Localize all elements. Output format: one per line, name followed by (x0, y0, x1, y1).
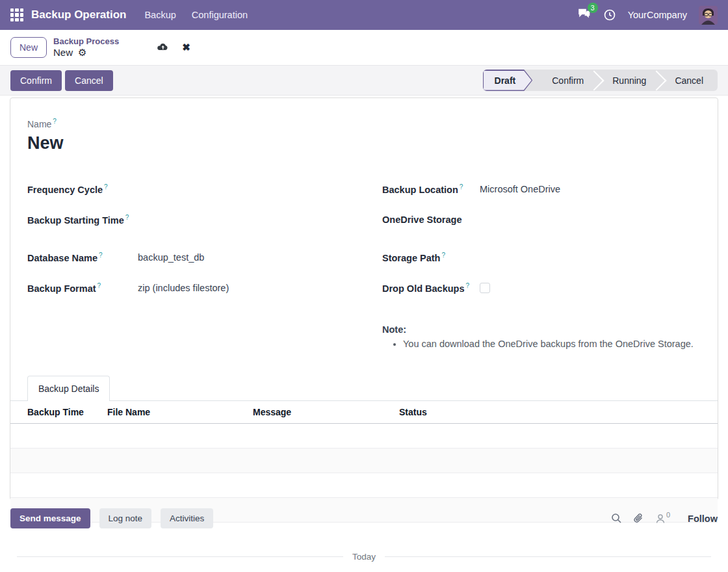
frequency-cycle-label: Frequency Cycle (27, 185, 103, 196)
name-help-icon[interactable]: ? (53, 118, 57, 125)
backup-starting-time-label: Backup Starting Time (27, 216, 124, 226)
frequency-cycle-value[interactable] (138, 183, 346, 196)
new-record-button[interactable]: New (10, 37, 47, 58)
search-icon (611, 513, 622, 524)
database-name-help-icon[interactable]: ? (99, 252, 103, 259)
name-label: Name (27, 119, 51, 129)
backup-starting-time-help-icon[interactable]: ? (125, 214, 129, 221)
send-message-button[interactable]: Send message (10, 508, 90, 528)
day-divider: Today (17, 552, 711, 562)
database-name-value[interactable]: backup_test_db (138, 252, 346, 265)
drop-old-backups-checkbox[interactable] (480, 283, 490, 293)
log-note-button[interactable]: Log note (99, 508, 152, 528)
tab-backup-details[interactable]: Backup Details (27, 376, 110, 401)
record-name[interactable]: New (27, 133, 701, 153)
cancel-button[interactable]: Cancel (65, 70, 113, 91)
paperclip-icon (633, 513, 644, 525)
col-backup-time[interactable]: Backup Time (10, 401, 107, 423)
gear-icon[interactable]: ⚙ (78, 47, 86, 59)
followers-person-icon (655, 514, 666, 524)
drop-old-backups-help-icon[interactable]: ? (466, 282, 470, 289)
stage-bar: Draft Confirm Running Cancel (483, 70, 718, 91)
follow-button[interactable]: Follow (688, 514, 718, 524)
col-file-name[interactable]: File Name (107, 401, 253, 423)
save-cloud-icon[interactable] (157, 43, 169, 53)
clock-icon (603, 8, 616, 21)
onedrive-storage-value[interactable] (480, 214, 701, 227)
table-row[interactable] (10, 448, 718, 473)
drop-old-backups-label: Drop Old Backups (382, 284, 465, 294)
tab-strip: Backup Details (10, 375, 718, 401)
backup-format-value[interactable]: zip (includes filestore) (138, 282, 346, 295)
col-status[interactable]: Status (399, 401, 718, 423)
stage-draft[interactable]: Draft (483, 70, 533, 91)
breadcrumb-current: New (53, 47, 73, 59)
col-message[interactable]: Message (253, 401, 399, 423)
note-label: Note: (382, 324, 701, 335)
activities-button[interactable]: Activities (161, 508, 213, 528)
table-header-row: Backup Time File Name Message Status (10, 401, 718, 424)
frequency-cycle-help-icon[interactable]: ? (104, 183, 108, 190)
table-row[interactable] (10, 473, 718, 498)
search-messages-button[interactable] (611, 513, 622, 524)
status-bar: Confirm Cancel Draft Confirm Running Can… (0, 65, 728, 96)
storage-path-value[interactable] (480, 252, 701, 265)
table-row[interactable] (10, 424, 718, 448)
backup-location-help-icon[interactable]: ? (460, 183, 463, 190)
user-avatar[interactable] (699, 6, 718, 25)
activities-clock-button[interactable] (603, 8, 616, 21)
storage-path-help-icon[interactable]: ? (441, 252, 445, 259)
app-title[interactable]: Backup Operation (31, 8, 126, 21)
messages-button[interactable]: 3 (577, 7, 592, 23)
stage-cancel[interactable]: Cancel (660, 70, 718, 91)
message-count-badge: 3 (588, 3, 598, 13)
note-text: You can download the OneDrive backups fr… (403, 339, 701, 349)
apps-menu-icon[interactable] (10, 8, 23, 21)
onedrive-storage-label: OneDrive Storage (382, 214, 462, 225)
backup-location-label: Backup Location (382, 185, 458, 196)
form-sheet: Name? New Frequency Cycle? Backup Starti… (10, 98, 718, 500)
attach-files-button[interactable] (633, 513, 644, 525)
stage-running[interactable]: Running (598, 70, 660, 91)
field-grid: Frequency Cycle? Backup Starting Time? D… (27, 183, 701, 349)
storage-path-label: Storage Path (382, 254, 440, 264)
day-divider-label: Today (352, 552, 376, 562)
note-block: Note: You can download the OneDrive back… (382, 324, 701, 349)
menu-backup[interactable]: Backup (144, 10, 176, 20)
chat-bubbles-icon (577, 11, 592, 22)
breadcrumb: New Backup Process New ⚙ ✖ (0, 30, 728, 65)
followers-button[interactable]: 0 (655, 514, 670, 524)
discard-x-icon[interactable]: ✖ (182, 42, 190, 53)
stage-confirm[interactable]: Confirm (538, 70, 598, 91)
backup-format-label: Backup Format (27, 284, 96, 294)
breadcrumb-parent[interactable]: Backup Process (53, 36, 119, 47)
menu-configuration[interactable]: Configuration (192, 10, 248, 20)
backup-starting-time-value[interactable] (138, 214, 346, 227)
company-switcher[interactable]: YourCompany (628, 10, 687, 20)
backup-format-help-icon[interactable]: ? (98, 282, 101, 289)
confirm-button[interactable]: Confirm (10, 70, 62, 91)
follower-count: 0 (666, 511, 670, 519)
backup-location-value[interactable]: Microsoft OneDrive (480, 183, 701, 196)
top-nav: Backup Operation Backup Configuration 3 … (0, 0, 728, 30)
database-name-label: Database Name (27, 254, 98, 264)
